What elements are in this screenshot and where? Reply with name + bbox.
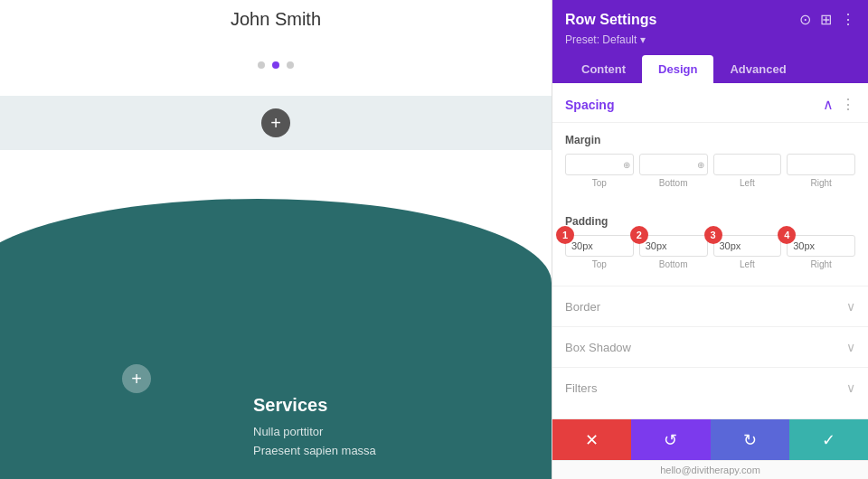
target-icon[interactable]: ⊙ bbox=[799, 11, 811, 28]
margin-bottom-wrap: ⊕ bbox=[639, 154, 708, 175]
padding-bottom-label: Bottom bbox=[659, 259, 688, 269]
dot-1[interactable] bbox=[258, 61, 265, 69]
margin-top-wrap: ⊕ bbox=[565, 154, 634, 175]
margin-fields: ⊕ Top ⊕ Bottom Left bbox=[565, 154, 855, 188]
spacing-section-header: Spacing ∧ ⋮ bbox=[552, 83, 868, 123]
margin-top-label: Top bbox=[592, 178, 607, 188]
margin-right-group: Right bbox=[787, 154, 855, 188]
tab-advanced[interactable]: Advanced bbox=[713, 55, 802, 83]
padding-bottom-group: 2 Bottom bbox=[639, 235, 708, 269]
undo-button[interactable]: ↺ bbox=[631, 419, 710, 460]
person-name: John Smith bbox=[0, 0, 552, 30]
panel-header: Row Settings ⊙ ⊞ ⋮ Preset: Default ▾ Con… bbox=[552, 0, 868, 83]
margin-right-input[interactable] bbox=[787, 154, 855, 175]
padding-area: Padding 1 Top 2 bbox=[552, 204, 868, 286]
box-shadow-arrow-icon: ∨ bbox=[846, 340, 855, 354]
gray-section: + bbox=[0, 96, 552, 150]
margin-label: Margin bbox=[565, 134, 855, 146]
cancel-button[interactable]: ✕ bbox=[552, 419, 631, 460]
section-controls: ∧ ⋮ bbox=[823, 96, 855, 113]
columns-icon[interactable]: ⊞ bbox=[820, 11, 832, 28]
padding-left-wrap bbox=[713, 235, 782, 257]
padding-bottom-input[interactable] bbox=[639, 235, 708, 257]
spacing-menu-icon[interactable]: ⋮ bbox=[841, 96, 855, 113]
filters-title: Filters bbox=[565, 381, 597, 395]
padding-left-input[interactable] bbox=[713, 235, 782, 257]
bottom-bar: ✕ ↺ ↻ ✓ bbox=[552, 418, 868, 460]
panel-tabs: Content Design Advanced bbox=[565, 55, 855, 83]
footer-email: hello@divitherapy.com bbox=[552, 460, 868, 479]
margin-left-input[interactable] bbox=[713, 154, 782, 175]
margin-right-wrap bbox=[787, 154, 855, 175]
dot-2[interactable] bbox=[272, 61, 279, 69]
services-text-1: Nulla porttitor bbox=[253, 423, 376, 442]
padding-top-input[interactable] bbox=[565, 235, 634, 257]
redo-button[interactable]: ↻ bbox=[711, 419, 789, 460]
margin-area: Margin ⊕ Top ⊕ Bottom bbox=[552, 123, 868, 204]
badge-3: 3 bbox=[704, 226, 722, 244]
margin-top-link-icon: ⊕ bbox=[623, 160, 630, 170]
more-options-icon[interactable]: ⋮ bbox=[841, 11, 855, 28]
padding-left-label: Left bbox=[740, 259, 755, 269]
margin-bottom-link-icon: ⊕ bbox=[697, 160, 704, 170]
page-canvas: John Smith + + Services Nulla porttitor … bbox=[0, 0, 552, 479]
filters-section[interactable]: Filters ∨ bbox=[552, 367, 868, 408]
badge-1: 1 bbox=[556, 226, 574, 244]
padding-top-label: Top bbox=[592, 259, 607, 269]
padding-top-group: 1 Top bbox=[565, 235, 634, 269]
padding-right-label: Right bbox=[810, 259, 831, 269]
dot-3[interactable] bbox=[287, 61, 294, 69]
panel-title-row: Row Settings ⊙ ⊞ ⋮ bbox=[565, 11, 855, 28]
margin-right-label: Right bbox=[810, 178, 831, 188]
margin-left-wrap bbox=[713, 154, 782, 175]
add-module-button[interactable]: + bbox=[122, 364, 151, 393]
panel-body: Spacing ∧ ⋮ Margin ⊕ Top bbox=[552, 83, 868, 418]
margin-bottom-group: ⊕ Bottom bbox=[639, 154, 708, 188]
margin-left-label: Left bbox=[740, 178, 755, 188]
padding-right-input[interactable] bbox=[787, 235, 855, 257]
padding-right-group: 4 Right bbox=[787, 235, 855, 269]
box-shadow-section[interactable]: Box Shadow ∨ bbox=[552, 326, 868, 367]
save-button[interactable]: ✓ bbox=[789, 419, 868, 460]
panel-preset[interactable]: Preset: Default ▾ bbox=[565, 33, 855, 46]
services-section: Services Nulla porttitor Praesent sapien… bbox=[253, 395, 376, 461]
box-shadow-title: Box Shadow bbox=[565, 341, 631, 354]
margin-bottom-label: Bottom bbox=[659, 178, 688, 188]
padding-right-wrap bbox=[787, 235, 855, 257]
filters-arrow-icon: ∨ bbox=[846, 380, 855, 395]
margin-top-group: ⊕ Top bbox=[565, 154, 634, 188]
tab-design[interactable]: Design bbox=[642, 55, 713, 83]
padding-left-group: 3 Left bbox=[713, 235, 782, 269]
spacing-collapse-icon[interactable]: ∧ bbox=[823, 96, 834, 113]
padding-fields: 1 Top 2 Bottom bbox=[565, 235, 855, 269]
padding-top-wrap bbox=[565, 235, 634, 257]
margin-left-group: Left bbox=[713, 154, 782, 188]
spacing-title: Spacing bbox=[565, 98, 614, 112]
tab-content[interactable]: Content bbox=[565, 55, 642, 83]
panel-title: Row Settings bbox=[565, 12, 656, 28]
border-title: Border bbox=[565, 300, 600, 314]
add-row-button[interactable]: + bbox=[261, 108, 290, 137]
row-settings-panel: Row Settings ⊙ ⊞ ⋮ Preset: Default ▾ Con… bbox=[552, 0, 868, 479]
border-arrow-icon: ∨ bbox=[846, 299, 855, 314]
services-title: Services bbox=[253, 395, 376, 416]
panel-title-icons: ⊙ ⊞ ⋮ bbox=[799, 11, 855, 28]
carousel-dots bbox=[0, 61, 552, 69]
border-section[interactable]: Border ∨ bbox=[552, 286, 868, 326]
services-text-2: Praesent sapien massa bbox=[253, 442, 376, 461]
padding-bottom-wrap bbox=[639, 235, 708, 257]
badge-2: 2 bbox=[630, 226, 648, 244]
